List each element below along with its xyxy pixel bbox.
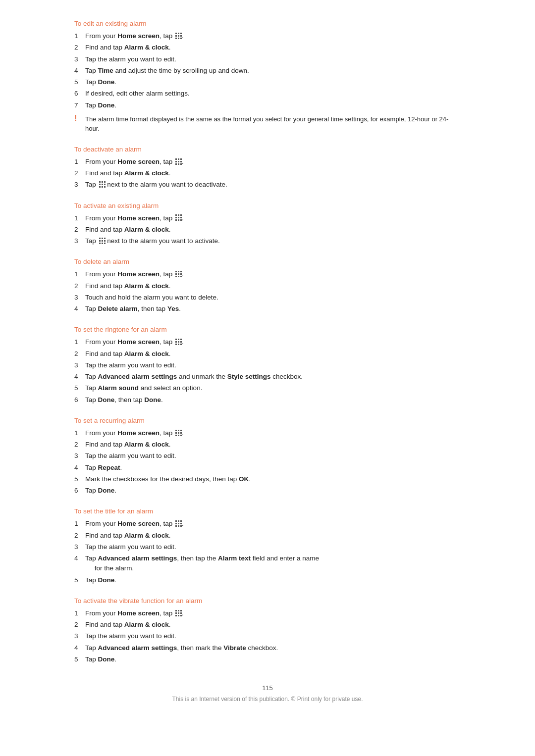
svg-rect-0 (175, 33, 177, 34)
step-item: 1From your Home screen, tap . (74, 213, 461, 223)
note-block: ! The alarm time format displayed is the… (74, 114, 461, 134)
svg-rect-81 (175, 610, 177, 611)
section-deactivate-alarm: To deactivate an alarm 1From your Home s… (74, 146, 461, 190)
svg-rect-66 (175, 432, 177, 434)
step-item: 2Find and tap Alarm & clock. (74, 225, 461, 235)
svg-rect-79 (178, 525, 179, 527)
svg-rect-36 (99, 238, 101, 239)
step-item: 1From your Home screen, tap . (74, 519, 461, 529)
svg-rect-32 (180, 217, 182, 218)
step-item: 2Find and tap Alarm & clock. (74, 531, 461, 541)
page-content: To edit an existing alarm 1From your Hom… (74, 0, 461, 732)
svg-rect-82 (178, 610, 179, 611)
step-item: 3Tap the alarm you want to edit. (74, 54, 461, 64)
svg-rect-85 (178, 612, 179, 614)
step-item: 5Mark the checkboxes for the desired day… (74, 474, 461, 484)
svg-rect-8 (180, 38, 182, 39)
step-item: 2Find and tap Alarm & clock. (74, 43, 461, 52)
svg-rect-63 (175, 430, 177, 431)
svg-rect-55 (178, 339, 179, 340)
step-item: 2Find and tap Alarm & clock. (74, 440, 461, 450)
grid-icon (175, 158, 182, 165)
svg-rect-34 (178, 219, 179, 221)
svg-rect-30 (175, 217, 177, 218)
section-title-deactivate-alarm: To deactivate an alarm (74, 146, 461, 153)
section-activate-alarm: To activate an existing alarm 1From your… (74, 202, 461, 247)
svg-rect-75 (175, 523, 177, 524)
section-title-ringtone-alarm: To set the ringtone for an alarm (74, 326, 461, 333)
note-text: The alarm time format displayed is the s… (85, 114, 461, 134)
step-item: 4Tap Repeat. (74, 463, 461, 473)
svg-rect-53 (180, 276, 182, 277)
svg-rect-78 (175, 525, 177, 527)
svg-rect-17 (180, 163, 182, 165)
svg-rect-76 (178, 523, 179, 524)
step-item: 4Tap Time and adjust the time by scrolli… (74, 66, 461, 76)
step-item: 3Tap the alarm you want to edit. (74, 360, 461, 370)
section-title-edit-alarm: To edit an existing alarm (74, 20, 461, 27)
svg-rect-1 (178, 33, 179, 34)
section-title-vibrate-alarm: To activate the vibrate function for an … (74, 597, 461, 605)
svg-rect-73 (178, 520, 179, 522)
svg-rect-25 (102, 186, 103, 188)
svg-rect-59 (180, 341, 182, 343)
grid-icon (99, 238, 106, 244)
section-title-title-alarm: To set the title for an alarm (74, 507, 461, 515)
svg-rect-67 (178, 432, 179, 434)
section-ringtone-alarm: To set the ringtone for an alarm 1From y… (74, 326, 461, 405)
svg-rect-22 (102, 184, 103, 185)
svg-rect-54 (175, 339, 177, 340)
footer-text: This is an Internet version of this publ… (74, 696, 461, 703)
svg-rect-84 (175, 612, 177, 614)
svg-rect-68 (180, 432, 182, 434)
svg-rect-11 (180, 158, 182, 160)
svg-rect-64 (178, 430, 179, 431)
steps-delete-alarm: 1From your Home screen, tap . 2Find and … (74, 269, 461, 314)
step-item: 6Tap Done. (74, 486, 461, 496)
step-item: 4Tap Advanced alarm settings and unmark … (74, 372, 461, 382)
svg-rect-86 (180, 612, 182, 614)
steps-deactivate-alarm: 1From your Home screen, tap . 2Find and … (74, 157, 461, 190)
svg-rect-51 (175, 276, 177, 277)
svg-rect-6 (175, 38, 177, 39)
step-item: 5Tap Alarm sound and select an option. (74, 383, 461, 393)
svg-rect-3 (175, 35, 177, 37)
svg-rect-43 (102, 243, 103, 244)
section-delete-alarm: To delete an alarm 1From your Home scree… (74, 258, 461, 314)
svg-rect-10 (178, 158, 179, 160)
grid-icon (175, 271, 182, 277)
svg-rect-46 (178, 271, 179, 272)
step-item: 5Tap Done. (74, 655, 461, 664)
steps-title-alarm: 1From your Home screen, tap . 2Find and … (74, 519, 461, 585)
step-item: 3Touch and hold the alarm you want to de… (74, 293, 461, 302)
svg-rect-87 (175, 615, 177, 616)
step-item: 4Tap Advanced alarm settings, then tap t… (74, 554, 461, 574)
step-item: 2Find and tap Alarm & clock. (74, 620, 461, 630)
grid-icon (175, 520, 182, 527)
svg-rect-28 (178, 214, 179, 216)
svg-rect-45 (175, 271, 177, 272)
step-item: 3Tap the alarm you want to edit. (74, 542, 461, 552)
grid-icon (99, 181, 106, 188)
svg-rect-61 (178, 344, 179, 345)
svg-rect-20 (104, 181, 106, 183)
step-item: 7Tap Done. (74, 101, 461, 110)
svg-rect-41 (104, 240, 106, 242)
svg-rect-39 (99, 240, 101, 242)
svg-rect-9 (175, 158, 177, 160)
steps-recurring-alarm: 1From your Home screen, tap . 2Find and … (74, 428, 461, 496)
svg-rect-13 (178, 161, 179, 162)
svg-rect-52 (178, 276, 179, 277)
svg-rect-37 (102, 238, 103, 239)
section-title-activate-alarm: To activate an existing alarm (74, 202, 461, 209)
step-item: 6Tap Done, then tap Done. (74, 395, 461, 405)
svg-rect-80 (180, 525, 182, 527)
step-item: 4Tap Advanced alarm settings, then mark … (74, 643, 461, 653)
step-item: 3Tap next to the alarm you want to activ… (74, 236, 461, 246)
svg-rect-74 (180, 520, 182, 522)
grid-icon (175, 610, 182, 616)
svg-rect-15 (175, 163, 177, 165)
svg-rect-14 (180, 161, 182, 162)
step-item: 1From your Home screen, tap . (74, 337, 461, 347)
step-item: 6If desired, edit other alarm settings. (74, 89, 461, 99)
